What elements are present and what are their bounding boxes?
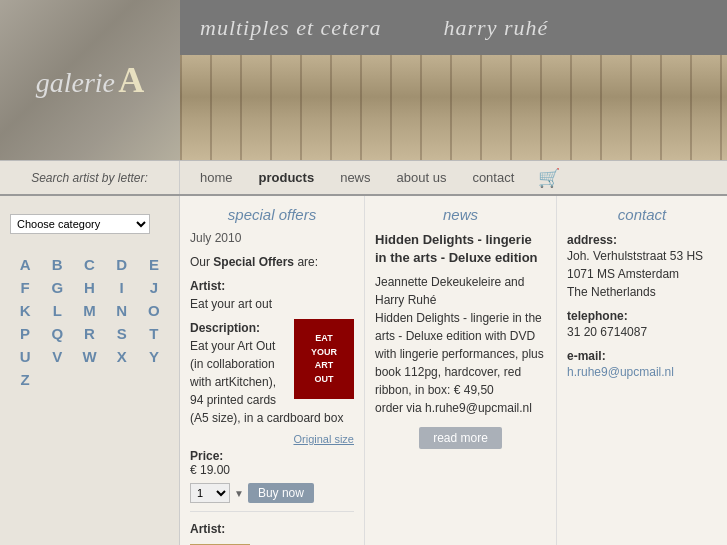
offer-artist2-row: Artist: xyxy=(190,520,354,538)
navigation-bar: Search artist by letter: home products n… xyxy=(0,160,727,196)
nav-products[interactable]: products xyxy=(249,164,325,191)
telephone-label: telephone: xyxy=(567,309,717,323)
email-value[interactable]: h.ruhe9@upcmail.nl xyxy=(567,363,717,381)
alpha-Q[interactable]: Q xyxy=(42,323,72,344)
news-title: news xyxy=(375,206,546,223)
buy-row: 123 ▼ Buy now xyxy=(190,483,354,503)
alpha-W[interactable]: W xyxy=(74,346,104,367)
nav-contact[interactable]: contact xyxy=(462,164,524,191)
address-label: address: xyxy=(567,233,717,247)
nav-links-container: home products news about us contact 🛒 xyxy=(180,164,570,191)
author-name: harry ruhé xyxy=(444,15,549,41)
header-title-bar: multiples et cetera harry ruhé xyxy=(180,0,727,55)
alpha-J[interactable]: J xyxy=(139,277,169,298)
alpha-U[interactable]: U xyxy=(10,346,40,367)
original-size-link[interactable]: Original size xyxy=(190,433,354,445)
category-select[interactable]: Choose category xyxy=(10,214,150,234)
alpha-H[interactable]: H xyxy=(74,277,104,298)
subtitle: multiples et cetera xyxy=(200,15,382,41)
special-offers-title: special offers xyxy=(190,206,354,223)
alpha-C[interactable]: C xyxy=(74,254,104,275)
shelf-decoration xyxy=(180,55,727,160)
alpha-K[interactable]: K xyxy=(10,300,40,321)
news-section: news Hidden Delights - lingerie in the a… xyxy=(365,196,557,545)
telephone-value: 31 20 6714087 xyxy=(567,323,717,341)
header-separator xyxy=(402,15,424,41)
buy-now-button[interactable]: Buy now xyxy=(248,483,314,503)
offer-intro-post: are: xyxy=(294,255,318,269)
alpha-X[interactable]: X xyxy=(107,346,137,367)
alpha-B[interactable]: B xyxy=(42,254,72,275)
alpha-N[interactable]: N xyxy=(107,300,137,321)
sidebar: Choose category A B C D E F G H I J K L … xyxy=(0,196,180,545)
offer-intro-bold: Special Offers xyxy=(213,255,294,269)
alpha-P[interactable]: P xyxy=(10,323,40,344)
offer-intro: Our Special Offers are: xyxy=(190,253,354,271)
offer-artist-label: Artist: xyxy=(190,279,225,293)
offer-intro-pre: Our xyxy=(190,255,213,269)
nav-about[interactable]: about us xyxy=(387,164,457,191)
alpha-M[interactable]: M xyxy=(74,300,104,321)
address-value: Joh. Verhulststraat 53 HS 1071 MS Amster… xyxy=(567,247,717,301)
offer-price-row: Price: € 19.00 xyxy=(190,449,354,477)
quantity-select[interactable]: 123 xyxy=(190,483,230,503)
alpha-D[interactable]: D xyxy=(107,254,137,275)
email-label: e-mail: xyxy=(567,349,717,363)
alpha-S[interactable]: S xyxy=(107,323,137,344)
nav-search-label-area: Search artist by letter: xyxy=(0,161,180,194)
offer-description-row: EATYOURARTOUT Description: Eat your Art … xyxy=(190,319,354,427)
alpha-R[interactable]: R xyxy=(74,323,104,344)
offer-product-image: EATYOURARTOUT xyxy=(294,319,354,399)
alpha-O[interactable]: O xyxy=(139,300,169,321)
header-image-strip xyxy=(180,55,727,160)
alpha-A[interactable]: A xyxy=(10,254,40,275)
offer-date: July 2010 xyxy=(190,231,354,245)
contact-section: contact address: Joh. Verhulststraat 53 … xyxy=(557,196,727,545)
alpha-I[interactable]: I xyxy=(107,277,137,298)
search-by-letter-label: Search artist by letter: xyxy=(31,171,148,185)
alpha-G[interactable]: G xyxy=(42,277,72,298)
nav-news[interactable]: news xyxy=(330,164,380,191)
offer-price-value: € 19.00 xyxy=(190,463,230,477)
header-right: multiples et cetera harry ruhé xyxy=(180,0,727,160)
cart-icon[interactable]: 🛒 xyxy=(538,167,560,189)
offer-price-label: Price: xyxy=(190,449,223,463)
special-offers-section: special offers July 2010 Our Special Off… xyxy=(180,196,365,545)
alphabet-grid: A B C D E F G H I J K L M N O P Q R S T … xyxy=(10,254,169,390)
offer-divider xyxy=(190,511,354,512)
main-content: Choose category A B C D E F G H I J K L … xyxy=(0,196,727,545)
offer-desc-label: Description: xyxy=(190,321,260,335)
galerie-label: galerie xyxy=(36,67,115,98)
galerie-a: A xyxy=(118,60,144,100)
offer-artist-value: Eat your art out xyxy=(190,297,272,311)
news-article-body: Jeannette Dekeukeleire and Harry Ruhé Hi… xyxy=(375,273,546,417)
alpha-V[interactable]: V xyxy=(42,346,72,367)
offer-artist-row: Artist: Eat your art out xyxy=(190,277,354,313)
alpha-L[interactable]: L xyxy=(42,300,72,321)
alpha-Z[interactable]: Z xyxy=(10,369,40,390)
logo-area: galerie A xyxy=(0,0,180,160)
alpha-Y[interactable]: Y xyxy=(139,346,169,367)
alpha-E[interactable]: E xyxy=(139,254,169,275)
contact-title: contact xyxy=(567,206,717,223)
nav-home[interactable]: home xyxy=(190,164,243,191)
page-header: galerie A multiples et cetera harry ruhé xyxy=(0,0,727,160)
read-more-button[interactable]: read more xyxy=(419,427,502,449)
dropdown-arrow-icon: ▼ xyxy=(234,488,244,499)
alpha-F[interactable]: F xyxy=(10,277,40,298)
alpha-T[interactable]: T xyxy=(139,323,169,344)
offer-image-text: EATYOURARTOUT xyxy=(311,332,337,386)
offer-artist2-label: Artist: xyxy=(190,522,225,536)
news-article-title[interactable]: Hidden Delights - lingerie in the arts -… xyxy=(375,231,546,267)
